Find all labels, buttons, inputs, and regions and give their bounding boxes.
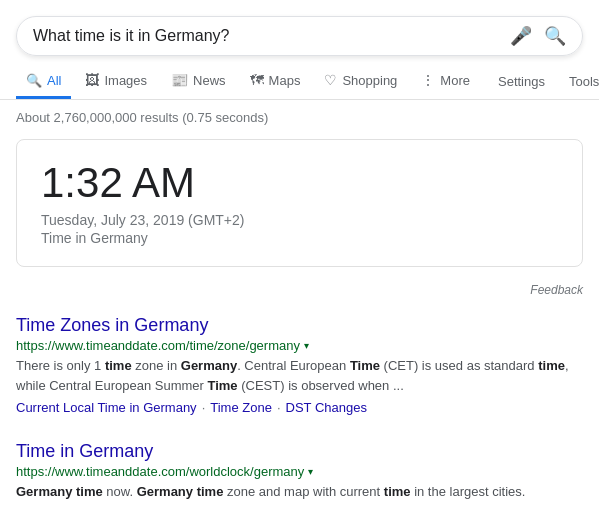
- tab-images[interactable]: 🖼 Images: [75, 64, 157, 99]
- search-bar-container: What time is it in Germany? 🎤 🔍: [0, 0, 599, 56]
- tab-shopping-label: Shopping: [342, 73, 397, 88]
- results-count: About 2,760,000,000 results (0.75 second…: [0, 100, 599, 135]
- result-2-url: https://www.timeanddate.com/worldclock/g…: [16, 464, 304, 479]
- time-box: 1:32 AM Tuesday, July 23, 2019 (GMT+2) T…: [16, 139, 583, 267]
- settings-link[interactable]: Settings: [488, 66, 555, 97]
- result-1-link-current-local-time[interactable]: Current Local Time in Germany: [16, 400, 197, 415]
- nav-tabs: 🔍 All 🖼 Images 📰 News 🗺 Maps ♡ Shopping …: [0, 56, 599, 100]
- shopping-icon: ♡: [324, 72, 337, 88]
- result-2-title[interactable]: Time in Germany: [16, 441, 583, 462]
- result-1-dropdown-icon[interactable]: ▾: [304, 340, 309, 351]
- time-location: Time in Germany: [41, 230, 558, 246]
- result-2-dropdown-icon[interactable]: ▾: [308, 466, 313, 477]
- result-1-url-row: https://www.timeanddate.com/time/zone/ge…: [16, 338, 583, 353]
- result-1-links: Current Local Time in Germany · Time Zon…: [16, 400, 583, 415]
- tab-more-label: More: [440, 73, 470, 88]
- search-icon[interactable]: 🔍: [544, 25, 566, 47]
- search-bar: What time is it in Germany? 🎤 🔍: [16, 16, 583, 56]
- feedback-row: Feedback: [0, 279, 599, 305]
- result-1-url: https://www.timeanddate.com/time/zone/ge…: [16, 338, 300, 353]
- time-display: 1:32 AM: [41, 160, 558, 206]
- news-icon: 📰: [171, 72, 188, 88]
- all-icon: 🔍: [26, 73, 42, 88]
- time-date: Tuesday, July 23, 2019 (GMT+2): [41, 212, 558, 228]
- maps-icon: 🗺: [250, 72, 264, 88]
- images-icon: 🖼: [85, 72, 99, 88]
- tab-maps-label: Maps: [269, 73, 301, 88]
- result-item: Time Zones in Germany https://www.timean…: [0, 305, 599, 425]
- search-icons: 🎤 🔍: [510, 25, 566, 47]
- result-1-link-dst-changes[interactable]: DST Changes: [286, 400, 367, 415]
- result-2-url-row: https://www.timeanddate.com/worldclock/g…: [16, 464, 583, 479]
- tab-more[interactable]: ⋮ More: [411, 64, 480, 99]
- search-query-text[interactable]: What time is it in Germany?: [33, 27, 510, 45]
- tab-images-label: Images: [104, 73, 147, 88]
- result-item-2: Time in Germany https://www.timeanddate.…: [0, 431, 599, 505]
- result-1-snippet: There is only 1 time zone in Germany. Ce…: [16, 356, 583, 395]
- feedback-link[interactable]: Feedback: [530, 283, 583, 297]
- tab-news-label: News: [193, 73, 226, 88]
- tab-news[interactable]: 📰 News: [161, 64, 236, 99]
- more-icon: ⋮: [421, 72, 435, 88]
- tab-shopping[interactable]: ♡ Shopping: [314, 64, 407, 99]
- tab-maps[interactable]: 🗺 Maps: [240, 64, 311, 99]
- microphone-icon[interactable]: 🎤: [510, 25, 532, 47]
- nav-right: Settings Tools: [488, 66, 599, 97]
- tab-all-label: All: [47, 73, 61, 88]
- result-1-link-time-zone[interactable]: Time Zone: [210, 400, 272, 415]
- result-2-snippet: Germany time now. Germany time zone and …: [16, 482, 583, 502]
- result-1-title[interactable]: Time Zones in Germany: [16, 315, 583, 336]
- tab-all[interactable]: 🔍 All: [16, 65, 71, 99]
- tools-link[interactable]: Tools: [559, 66, 599, 97]
